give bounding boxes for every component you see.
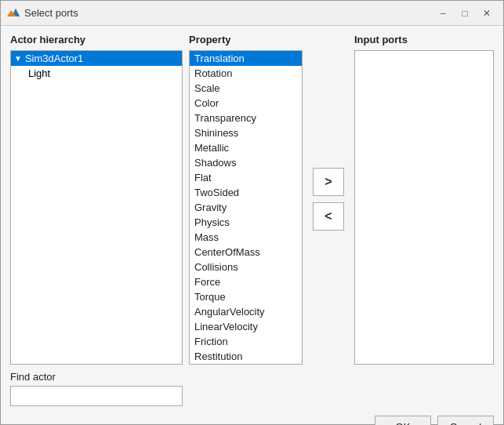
- property-list-item[interactable]: TwoSided: [190, 185, 302, 200]
- property-list-item[interactable]: Friction: [190, 334, 302, 349]
- arrows-column: > <: [309, 34, 348, 365]
- property-list-item[interactable]: Torque: [190, 289, 302, 304]
- property-list-item[interactable]: Rotation: [190, 66, 302, 81]
- property-list-item[interactable]: Translation: [190, 51, 302, 66]
- property-list-item[interactable]: Gravity: [190, 200, 302, 215]
- title-bar: Select ports – □ ✕: [1, 1, 503, 26]
- ok-button[interactable]: OK: [375, 416, 431, 425]
- title-bar-left: Select ports: [7, 7, 78, 20]
- property-list-item[interactable]: Scale: [190, 81, 302, 96]
- select-ports-window: Select ports – □ ✕ Actor hierarchy ▼ Sim…: [0, 0, 504, 425]
- actor-hierarchy-list[interactable]: ▼ Sim3dActor1 Light: [10, 50, 183, 365]
- property-list-item[interactable]: AngularVelocity: [190, 304, 302, 319]
- right-arrow-icon: >: [325, 175, 332, 189]
- actor-hierarchy-column: Actor hierarchy ▼ Sim3dActor1 Light: [10, 34, 183, 365]
- title-controls: – □ ✕: [433, 5, 497, 21]
- main-content: Actor hierarchy ▼ Sim3dActor1 Light Prop…: [1, 26, 503, 425]
- bottom-buttons-row: OK Cancel: [10, 412, 494, 425]
- maximize-button[interactable]: □: [455, 5, 475, 21]
- minimize-button[interactable]: –: [433, 5, 453, 21]
- property-list-item[interactable]: Shadows: [190, 155, 302, 170]
- input-ports-column: Input ports: [354, 34, 494, 365]
- matlab-icon: [7, 7, 20, 20]
- property-list-item[interactable]: Mass: [190, 230, 302, 245]
- input-ports-list[interactable]: [354, 50, 494, 365]
- property-list[interactable]: TranslationRotationScaleColorTransparenc…: [189, 50, 303, 365]
- tree-item-light[interactable]: Light: [11, 66, 182, 81]
- close-button[interactable]: ✕: [477, 5, 497, 21]
- property-list-item[interactable]: Restitution: [190, 349, 302, 364]
- left-arrow-icon: <: [325, 209, 332, 223]
- tree-item-label: Light: [28, 67, 50, 79]
- input-ports-header: Input ports: [354, 34, 494, 45]
- add-to-input-button[interactable]: >: [313, 168, 344, 196]
- property-list-item[interactable]: Color: [190, 96, 302, 111]
- tree-expand-arrow: ▼: [14, 54, 22, 63]
- property-list-item[interactable]: Physics: [190, 215, 302, 230]
- find-actor-label: Find actor: [10, 371, 494, 383]
- property-list-item[interactable]: Flat: [190, 170, 302, 185]
- property-column: Property TranslationRotationScaleColorTr…: [189, 34, 303, 365]
- tree-item-sim3dactor1[interactable]: ▼ Sim3dActor1: [11, 51, 182, 66]
- tree-item-label: Sim3dActor1: [25, 53, 83, 64]
- property-list-item[interactable]: LinearVelocity: [190, 319, 302, 334]
- find-actor-row: Find actor: [10, 371, 494, 406]
- columns-row: Actor hierarchy ▼ Sim3dActor1 Light Prop…: [10, 34, 494, 365]
- property-header: Property: [189, 34, 303, 45]
- cancel-button[interactable]: Cancel: [437, 416, 494, 425]
- property-list-item[interactable]: Transparency: [190, 111, 302, 125]
- window-title: Select ports: [24, 7, 78, 19]
- property-list-item[interactable]: Shininess: [190, 125, 302, 140]
- property-list-item[interactable]: CenterOfMass: [190, 245, 302, 260]
- remove-from-input-button[interactable]: <: [313, 202, 344, 231]
- property-list-item[interactable]: Force: [190, 274, 302, 289]
- actor-hierarchy-header: Actor hierarchy: [10, 34, 183, 45]
- property-list-item[interactable]: Metallic: [190, 140, 302, 155]
- property-list-item[interactable]: Collisions: [190, 260, 302, 274]
- find-actor-input[interactable]: [10, 386, 183, 406]
